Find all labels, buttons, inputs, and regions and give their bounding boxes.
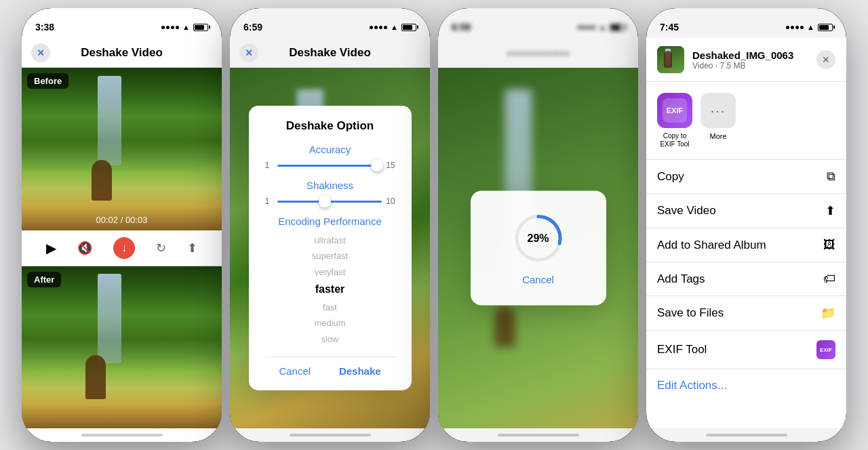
exif-app-icon[interactable]: EXIF Copy toEXIF Tool <box>657 93 692 148</box>
status-icons-2: ▲ <box>370 23 416 31</box>
phones-container: 3:38 ▲ ✕ Deshake Video <box>15 1 853 449</box>
exif-icon: EXIF <box>657 93 692 128</box>
nav-title-2: Deshake Video <box>289 46 371 60</box>
before-label: Before <box>27 73 68 89</box>
play-button[interactable]: ▶ <box>46 240 56 256</box>
exif-label: Copy toEXIF Tool <box>660 132 689 148</box>
encoding-faster[interactable]: faster <box>265 280 395 300</box>
file-name: Deshaked_IMG_0063 <box>692 49 808 61</box>
deshake-button[interactable]: Deshake <box>339 365 381 377</box>
home-indicator-4 <box>646 428 846 442</box>
nav-title-1: Deshake Video <box>81 46 163 60</box>
modal-title: Deshake Option <box>265 119 395 133</box>
exif-tool-label: EXIF Tool <box>657 343 707 356</box>
home-indicator-1 <box>22 428 222 442</box>
edit-actions-label[interactable]: Edit Actions... <box>657 379 727 392</box>
share-button[interactable]: ⬆ <box>187 241 197 255</box>
phone-4-screen: 7:45 ▲ <box>646 8 846 442</box>
signal-icon-3 <box>578 26 595 29</box>
slider2-max: 10 <box>386 197 395 206</box>
wifi-icon-4: ▲ <box>807 23 814 31</box>
shakiness-slider-row: 1 10 <box>265 197 395 206</box>
action-exif-tool[interactable]: EXIF Tool EXIF <box>646 331 846 369</box>
accuracy-slider[interactable] <box>277 164 382 166</box>
download-button[interactable]: ↓ <box>113 237 135 259</box>
phone3-bg: 29% Cancel <box>438 68 638 428</box>
more-label: More <box>709 132 726 140</box>
save-video-icon: ⬆ <box>825 203 835 218</box>
shakiness-thumb[interactable] <box>319 195 331 207</box>
phone-1: 3:38 ▲ ✕ Deshake Video <box>22 8 222 442</box>
add-tags-icon: 🏷 <box>823 272 835 286</box>
time-1: 3:38 <box>35 22 54 33</box>
encoding-list: ultrafast superfast veryfast faster fast… <box>265 232 395 347</box>
save-video-label: Save Video <box>657 204 716 218</box>
signal-icon <box>161 26 179 29</box>
timestamp: 00:02 / 00:03 <box>96 215 148 225</box>
refresh-button[interactable]: ↻ <box>156 241 166 255</box>
signal-icon-4 <box>786 26 804 29</box>
battery-icon-4 <box>818 24 833 31</box>
home-indicator-2 <box>230 428 430 442</box>
progress-cancel-button[interactable]: Cancel <box>522 274 554 285</box>
accuracy-thumb[interactable] <box>371 159 383 171</box>
action-copy[interactable]: Copy ⧉ <box>646 160 846 194</box>
nav-bar-1: ✕ Deshake Video <box>22 38 222 68</box>
time-4: 7:45 <box>660 22 679 33</box>
home-indicator-3 <box>438 428 638 442</box>
close-button-1[interactable]: ✕ <box>31 43 50 62</box>
status-bar-1: 3:38 ▲ <box>22 8 222 38</box>
slider2-min: 1 <box>265 197 273 206</box>
mute-button[interactable]: 🔇 <box>77 241 92 255</box>
exif-tool-icon: EXIF <box>816 340 835 359</box>
progress-percent: 29% <box>527 232 549 245</box>
phone-3: 6:59 ▲ ●●●●●●●●●●● <box>438 8 638 442</box>
close-button-2[interactable]: ✕ <box>239 43 258 62</box>
copy-icon: ⧉ <box>827 169 835 184</box>
encoding-ultrafast: ultrafast <box>265 232 395 248</box>
battery-icon-3 <box>610 24 625 31</box>
close-share-button[interactable]: ✕ <box>816 50 835 69</box>
save-files-label: Save to Files <box>657 306 724 320</box>
action-save-files[interactable]: Save to Files 📁 <box>646 296 846 331</box>
cancel-button-modal[interactable]: Cancel <box>279 365 311 377</box>
encoding-medium: medium <box>265 315 395 331</box>
after-video: After <box>22 266 222 429</box>
progress-modal: 29% Cancel <box>471 191 606 306</box>
accuracy-label: Accuracy <box>265 144 395 155</box>
file-meta: Video · 7.5 MB <box>692 61 808 70</box>
action-copy-label: Copy <box>657 170 684 184</box>
phone-3-screen: 6:59 ▲ ●●●●●●●●●●● <box>438 8 638 442</box>
encoding-label: Encoding Performance <box>265 216 395 227</box>
phone-1-screen: 3:38 ▲ ✕ Deshake Video <box>22 8 222 442</box>
phone-2-screen: 6:59 ▲ ✕ Deshake Video <box>230 8 430 442</box>
add-shared-icon: 🖼 <box>823 238 835 252</box>
wifi-icon: ▲ <box>182 23 190 31</box>
progress-ring: 29% <box>511 211 566 266</box>
edit-actions[interactable]: Edit Actions... <box>646 369 846 402</box>
action-add-tags[interactable]: Add Tags 🏷 <box>646 262 846 296</box>
nav-bar-3: ●●●●●●●●●●● <box>438 38 638 68</box>
modal-buttons: Cancel Deshake <box>265 356 395 377</box>
action-save-video[interactable]: Save Video ⬆ <box>646 194 846 228</box>
file-thumbnail <box>657 46 684 73</box>
time-2: 6:59 <box>243 22 262 33</box>
save-files-icon: 📁 <box>821 306 835 321</box>
action-list: Copy ⧉ Save Video ⬆ Add to Shared Album … <box>646 160 846 428</box>
before-video: Before 00:02 / 00:03 <box>22 68 222 230</box>
shakiness-slider[interactable] <box>277 200 382 202</box>
slider1-max: 15 <box>386 161 395 170</box>
battery-icon-2 <box>401 24 416 31</box>
action-add-shared[interactable]: Add to Shared Album 🖼 <box>646 228 846 262</box>
more-icon[interactable]: ··· More <box>701 93 736 148</box>
more-icon-circle: ··· <box>701 93 736 128</box>
add-shared-label: Add to Shared Album <box>657 239 766 252</box>
status-icons-4: ▲ <box>786 23 833 31</box>
status-bar-2: 6:59 ▲ <box>230 8 430 38</box>
nav-placeholder-3: ●●●●●●●●●●● <box>507 47 570 58</box>
shakiness-label: Shakiness <box>265 180 395 191</box>
wifi-icon-3: ▲ <box>599 23 606 31</box>
status-bar-4: 7:45 ▲ <box>646 8 846 38</box>
wifi-icon-2: ▲ <box>391 23 398 31</box>
deshake-modal: Deshake Option Accuracy 1 15 Shakiness 1 <box>249 106 412 390</box>
